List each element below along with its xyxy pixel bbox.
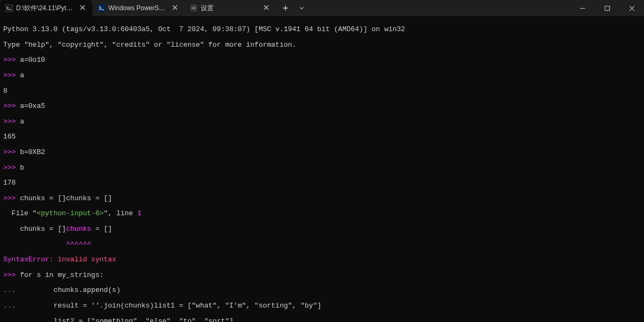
traceback-file: File " <box>3 209 36 217</box>
close-icon[interactable] <box>171 4 179 12</box>
svg-rect-2 <box>98 4 105 12</box>
repl-output: 178 <box>3 179 16 187</box>
repl-input: a <box>20 71 24 79</box>
repl-input: chunks.append(s) <box>20 286 120 294</box>
maximize-button[interactable] <box>595 0 619 16</box>
repl-output: 165 <box>3 133 16 141</box>
repl-input: result = ''.join(chunks)list1 = ["what",… <box>20 302 321 310</box>
tab-label: 设置 <box>201 4 259 13</box>
svg-point-4 <box>193 7 195 9</box>
traceback-echo: = [] <box>91 225 112 233</box>
python-banner: Type "help", "copyright", "credits" or "… <box>3 41 296 49</box>
tabbar-actions <box>278 0 309 16</box>
repl-prompt: >>> <box>3 71 20 79</box>
traceback-filename: <python-input-6> <box>36 209 104 217</box>
repl-input: a=0o10 <box>20 56 45 64</box>
repl-prompt: >>> <box>3 194 20 202</box>
traceback-carets: ^^^^^^ <box>3 240 91 248</box>
repl-input: b=0XB2 <box>20 148 45 156</box>
svg-line-12 <box>191 10 192 10</box>
tab-dropdown-button[interactable] <box>294 1 309 16</box>
repl-prompt: >>> <box>3 102 20 110</box>
gear-icon <box>190 4 197 12</box>
tab-label: Windows PowerShell <box>108 4 167 12</box>
cmd-icon <box>5 4 13 12</box>
svg-line-10 <box>195 10 196 10</box>
syntax-error-msg: invalid syntax <box>57 255 116 264</box>
repl-prompt: >>> <box>3 56 20 64</box>
powershell-icon <box>98 4 105 12</box>
window-controls <box>570 0 644 16</box>
title-bar: D:\软件\24.11\Python\python. Windows Power… <box>0 0 644 16</box>
repl-input: for s in my_strings: <box>20 271 104 279</box>
repl-prompt: >>> <box>3 271 20 279</box>
minimize-button[interactable] <box>570 0 595 16</box>
repl-input: chunks = []chunks = [] <box>20 194 112 202</box>
svg-line-11 <box>195 5 196 6</box>
repl-input: b <box>20 164 24 172</box>
tab-settings[interactable]: 设置 <box>185 0 276 16</box>
traceback-file: ", line <box>104 209 137 217</box>
close-icon[interactable] <box>262 4 270 12</box>
repl-prompt: >>> <box>3 118 20 126</box>
repl-cont-prompt: ... <box>3 302 20 310</box>
close-icon[interactable] <box>78 4 87 12</box>
repl-input: a=0xa5 <box>20 102 45 110</box>
traceback-echo: chunks = [] <box>3 225 66 233</box>
tab-python[interactable]: D:\软件\24.11\Python\python. <box>0 0 92 16</box>
repl-cont-prompt: ... <box>3 317 20 322</box>
repl-input: list2 = ["something", "else", "to", "sor… <box>20 317 233 322</box>
python-banner: Python 3.13.0 (tags/v3.13.0:60403a5, Oct… <box>3 25 405 33</box>
syntax-error-msg: : <box>49 255 58 264</box>
traceback-echo-hl: chunks <box>66 225 91 233</box>
repl-input: a <box>20 118 24 126</box>
svg-rect-0 <box>5 4 13 12</box>
tab-powershell[interactable]: Windows PowerShell <box>92 0 185 16</box>
svg-line-9 <box>191 5 192 6</box>
repl-output: 8 <box>3 87 8 95</box>
terminal-output[interactable]: Python 3.13.0 (tags/v3.13.0:60403a5, Oct… <box>0 16 644 322</box>
traceback-lineno: 1 <box>137 209 142 217</box>
repl-prompt: >>> <box>3 148 20 156</box>
new-tab-button[interactable] <box>278 1 293 16</box>
close-window-button[interactable] <box>619 0 644 16</box>
tab-label: D:\软件\24.11\Python\python. <box>16 4 75 13</box>
repl-cont-prompt: ... <box>3 286 20 294</box>
repl-prompt: >>> <box>3 164 20 172</box>
svg-rect-14 <box>605 6 609 10</box>
syntax-error-label: SyntaxError <box>3 255 49 264</box>
